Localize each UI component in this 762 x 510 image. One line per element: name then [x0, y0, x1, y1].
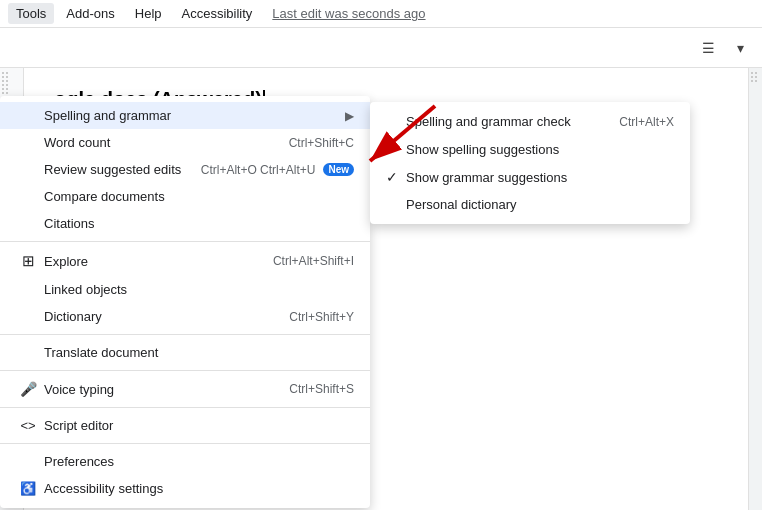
toolbar: ☰ ▾	[0, 28, 762, 68]
divider-4	[0, 407, 370, 408]
explore-shortcut: Ctrl+Alt+Shift+I	[273, 254, 354, 268]
personal-dict-label: Personal dictionary	[406, 197, 674, 212]
menu-item-voicetyping[interactable]: 🎤 Voice typing Ctrl+Shift+S	[0, 375, 370, 403]
divider-5	[0, 443, 370, 444]
menu-item-dictionary[interactable]: Dictionary Ctrl+Shift+Y	[0, 303, 370, 330]
divider-3	[0, 370, 370, 371]
menu-item-spelling[interactable]: Spelling and grammar ▶ Spelling and gram…	[0, 102, 370, 129]
show-grammar-label: Show grammar suggestions	[406, 170, 674, 185]
menu-item-preferences[interactable]: Preferences	[0, 448, 370, 475]
menu-item-review[interactable]: Review suggested edits Ctrl+Alt+O Ctrl+A…	[0, 156, 370, 183]
scrollbar-dots	[749, 68, 762, 86]
submenu-check[interactable]: Spelling and grammar check Ctrl+Alt+X	[370, 108, 690, 135]
menu-accessibility[interactable]: Accessibility	[174, 3, 261, 24]
voicetyping-label: Voice typing	[44, 382, 273, 397]
check-grammar-icon: ✓	[386, 169, 406, 185]
last-edit-label: Last edit was seconds ago	[272, 6, 425, 21]
scrollbar[interactable]	[748, 68, 762, 510]
menu-item-citations[interactable]: Citations	[0, 210, 370, 237]
divider-2	[0, 334, 370, 335]
menu-bar: Tools Add-ons Help Accessibility Last ed…	[0, 0, 762, 28]
menu-tools[interactable]: Tools	[8, 3, 54, 24]
accessibility-settings-label: Accessibility settings	[44, 481, 354, 496]
check-spelling-icon: ✓	[386, 141, 406, 157]
preferences-label: Preferences	[44, 454, 354, 469]
check-shortcut: Ctrl+Alt+X	[619, 115, 674, 129]
menu-item-linked[interactable]: Linked objects	[0, 276, 370, 303]
dictionary-label: Dictionary	[44, 309, 273, 324]
review-label: Review suggested edits	[44, 162, 185, 177]
spelling-arrow-icon: ▶	[345, 109, 354, 123]
submenu-show-grammar[interactable]: ✓ Show grammar suggestions	[370, 163, 690, 191]
compare-label: Compare documents	[44, 189, 354, 204]
review-shortcut: Ctrl+Alt+O Ctrl+Alt+U	[201, 163, 316, 177]
menu-item-explore[interactable]: ⊞ Explore Ctrl+Alt+Shift+I	[0, 246, 370, 276]
new-badge: New	[323, 163, 354, 176]
main-area: ogle docs (Answered) Docs? edit and stor…	[0, 68, 762, 510]
menu-help[interactable]: Help	[127, 3, 170, 24]
spelling-submenu: Spelling and grammar check Ctrl+Alt+X ✓ …	[370, 102, 690, 224]
explore-label: Explore	[44, 254, 257, 269]
linked-label: Linked objects	[44, 282, 354, 297]
divider-1	[0, 241, 370, 242]
menu-item-compare[interactable]: Compare documents	[0, 183, 370, 210]
spelling-label: Spelling and grammar	[44, 108, 345, 123]
wordcount-label: Word count	[44, 135, 273, 150]
translate-label: Translate document	[44, 345, 354, 360]
wordcount-shortcut: Ctrl+Shift+C	[289, 136, 354, 150]
dictionary-shortcut: Ctrl+Shift+Y	[289, 310, 354, 324]
menu-addons[interactable]: Add-ons	[58, 3, 122, 24]
submenu-show-spelling[interactable]: ✓ Show spelling suggestions	[370, 135, 690, 163]
chevron-down-icon: ▾	[737, 40, 744, 56]
tools-dropdown: Spelling and grammar ▶ Spelling and gram…	[0, 96, 370, 508]
accessibility-icon: ♿	[16, 481, 40, 496]
list-icon: ☰	[702, 40, 715, 56]
code-icon: <>	[16, 418, 40, 433]
check-label: Spelling and grammar check	[406, 114, 603, 129]
show-spelling-label: Show spelling suggestions	[406, 142, 674, 157]
citations-label: Citations	[44, 216, 354, 231]
menu-item-wordcount[interactable]: Word count Ctrl+Shift+C	[0, 129, 370, 156]
menu-item-accessibility-settings[interactable]: ♿ Accessibility settings	[0, 475, 370, 502]
submenu-personal-dict[interactable]: Personal dictionary	[370, 191, 690, 218]
mic-icon: 🎤	[16, 381, 40, 397]
ruler-dots	[0, 68, 23, 98]
chevron-button[interactable]: ▾	[726, 34, 754, 62]
voicetyping-shortcut: Ctrl+Shift+S	[289, 382, 354, 396]
menu-item-script[interactable]: <> Script editor	[0, 412, 370, 439]
list-view-button[interactable]: ☰	[694, 34, 722, 62]
script-label: Script editor	[44, 418, 354, 433]
explore-icon: ⊞	[16, 252, 40, 270]
menu-item-translate[interactable]: Translate document	[0, 339, 370, 366]
